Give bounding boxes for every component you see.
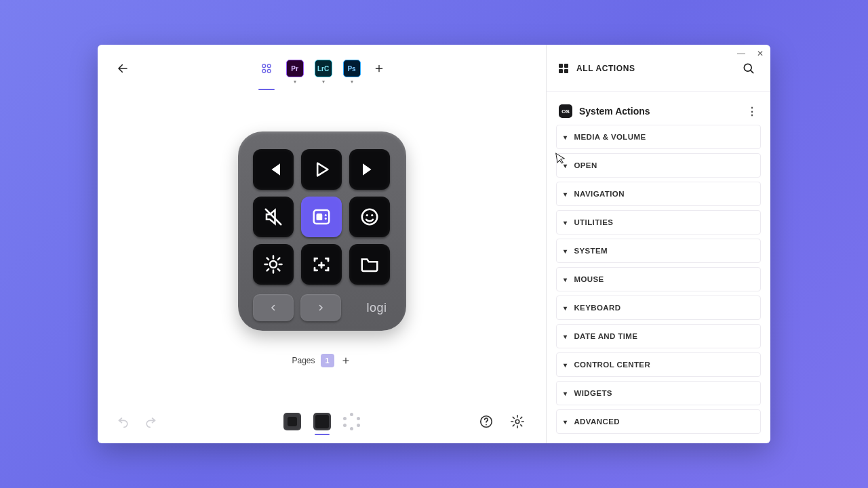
svg-point-13 — [486, 424, 487, 426]
bottom-bar — [98, 400, 546, 443]
svg-point-0 — [262, 64, 265, 68]
plus-icon — [374, 64, 384, 73]
undo-icon — [117, 415, 130, 428]
all-actions-label: ALL ACTIONS — [576, 64, 635, 73]
media-widget-icon — [311, 207, 332, 227]
category-label: UTILITIES — [574, 218, 613, 226]
chevron-down-icon: ▾ — [322, 79, 325, 85]
settings-button[interactable] — [508, 412, 527, 431]
chevron-down-icon: ▾ — [351, 79, 353, 85]
chevron-down-icon: ▾ — [564, 162, 567, 169]
category-advanced[interactable]: ▾ADVANCED — [556, 409, 761, 434]
chevron-left-icon — [269, 304, 277, 312]
category-list: ▾MEDIA & VOLUME ▾OPEN ▾NAVIGATION ▾UTILI… — [547, 125, 770, 443]
window-controls: — ✕ — [736, 49, 765, 58]
all-actions-button[interactable]: ALL ACTIONS — [559, 64, 635, 73]
redo-button[interactable] — [144, 415, 157, 428]
gear-icon — [510, 414, 525, 429]
chevron-down-icon: ▾ — [564, 304, 567, 312]
key-next-track[interactable] — [349, 149, 390, 190]
chevron-down-icon: ▾ — [564, 418, 567, 426]
category-label: NAVIGATION — [574, 190, 625, 198]
keypad-grid — [253, 149, 391, 285]
category-system[interactable]: ▾SYSTEM — [556, 239, 761, 263]
device-page-next[interactable] — [300, 294, 341, 321]
svg-point-10 — [371, 214, 373, 216]
svg-point-7 — [325, 218, 327, 220]
device-creative-console: logi — [238, 131, 406, 331]
volume-mute-icon — [263, 207, 283, 227]
key-emoji[interactable] — [349, 197, 390, 237]
key-play[interactable] — [301, 149, 342, 190]
search-icon — [742, 62, 755, 75]
pages-control: Pages 1 — [292, 354, 351, 367]
apps-grid-icon — [260, 62, 273, 75]
brightness-icon — [263, 254, 283, 274]
key-screenshot[interactable] — [301, 244, 342, 285]
key-mute[interactable] — [253, 197, 294, 237]
category-label: KEYBOARD — [574, 304, 620, 312]
tab-app-ps[interactable]: Ps ▾ — [342, 59, 361, 78]
category-label: CONTROL CENTER — [574, 361, 650, 369]
help-button[interactable] — [477, 412, 496, 431]
svg-rect-5 — [316, 214, 322, 220]
arrow-left-icon — [117, 62, 129, 75]
chevron-down-icon: ▾ — [564, 219, 567, 226]
tab-app-pr[interactable]: Pr ▾ — [285, 59, 304, 78]
tab-home[interactable] — [257, 59, 276, 78]
chevron-down-icon: ▾ — [564, 134, 567, 141]
back-button[interactable] — [111, 57, 134, 80]
grid-icon — [559, 64, 568, 73]
category-media-volume[interactable]: ▾MEDIA & VOLUME — [556, 125, 761, 149]
undo-button[interactable] — [117, 415, 130, 428]
chevron-down-icon: ▾ — [564, 247, 567, 255]
key-media-player[interactable] — [301, 197, 342, 237]
category-navigation[interactable]: ▾NAVIGATION — [556, 182, 761, 206]
device-thumb-keypad[interactable] — [283, 413, 301, 430]
category-date-time[interactable]: ▾DATE AND TIME — [556, 324, 761, 348]
chevron-right-icon — [317, 304, 325, 312]
chevron-down-icon: ▾ — [564, 190, 567, 198]
device-nav-row: logi — [253, 294, 391, 321]
category-utilities[interactable]: ▾UTILITIES — [556, 210, 761, 235]
category-control-center[interactable]: ▾CONTROL CENTER — [556, 352, 761, 377]
category-label: ADVANCED — [574, 418, 620, 426]
svg-point-1 — [267, 64, 271, 68]
page-indicator-1[interactable]: 1 — [321, 354, 334, 367]
section-title: System Actions — [579, 106, 650, 117]
skip-next-icon — [359, 159, 380, 180]
chevron-down-icon: ▾ — [564, 361, 567, 369]
category-label: MEDIA & VOLUME — [574, 133, 646, 141]
close-button[interactable]: ✕ — [755, 49, 765, 58]
skip-previous-icon — [263, 159, 283, 180]
category-keyboard[interactable]: ▾KEYBOARD — [556, 296, 761, 320]
history-group — [117, 415, 157, 428]
tab-app-lrc[interactable]: LrC ▾ — [314, 59, 333, 78]
chevron-down-icon: ▾ — [294, 79, 296, 85]
chevron-down-icon: ▾ — [564, 333, 567, 340]
category-widgets[interactable]: ▾WIDGETS — [556, 381, 761, 405]
key-open-folder[interactable] — [349, 244, 390, 285]
play-icon — [312, 160, 331, 179]
svg-point-3 — [267, 69, 271, 73]
key-brightness[interactable] — [253, 244, 294, 285]
tab-bar: Pr ▾ LrC ▾ Ps ▾ — [257, 59, 387, 78]
search-button[interactable] — [739, 59, 758, 78]
device-thumb-dial[interactable] — [343, 413, 361, 430]
device-thumb-console[interactable] — [313, 413, 331, 430]
category-mouse[interactable]: ▾MOUSE — [556, 267, 761, 291]
lightroom-classic-icon: LrC — [315, 60, 332, 77]
category-label: DATE AND TIME — [574, 332, 637, 340]
add-tab-button[interactable] — [371, 60, 387, 77]
minimize-button[interactable]: — — [736, 49, 746, 58]
key-prev-track[interactable] — [253, 149, 294, 190]
add-page-button[interactable] — [340, 354, 352, 367]
bottom-right-group — [477, 412, 527, 431]
category-open[interactable]: ▾OPEN — [556, 153, 761, 178]
section-menu-button[interactable]: ⋮ — [747, 105, 758, 118]
os-badge-icon: OS — [559, 104, 572, 118]
photoshop-icon: Ps — [343, 60, 361, 77]
device-page-prev[interactable] — [253, 294, 294, 321]
svg-point-14 — [515, 420, 519, 424]
help-circle-icon — [479, 414, 494, 429]
